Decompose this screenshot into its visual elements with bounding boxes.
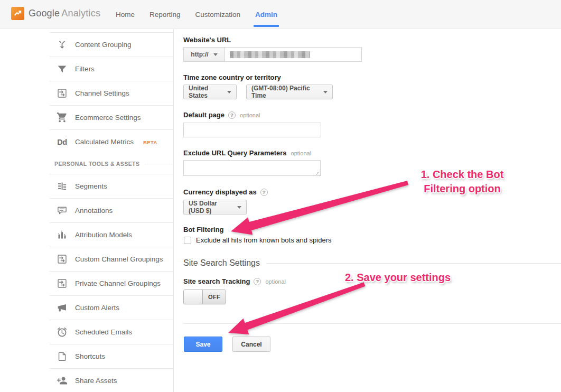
currency-label-text: Currency displayed as bbox=[183, 188, 257, 196]
site-search-toggle[interactable]: OFF bbox=[183, 290, 226, 304]
sidebar-item-custom-channel-groupings[interactable]: Custom Channel Groupings bbox=[50, 247, 173, 271]
nav-tab-home[interactable]: Home bbox=[115, 0, 135, 29]
default-page-input[interactable] bbox=[183, 123, 321, 137]
top-header: GoogleAnalytics Home Reporting Customiza… bbox=[0, 0, 561, 29]
sidebar-item-label: Private Channel Groupings bbox=[75, 279, 161, 287]
alarm-clock-icon bbox=[57, 326, 68, 338]
sidebar-section-personal-tools: PERSONAL TOOLS & ASSETS bbox=[33, 154, 173, 174]
sidebar-item-label: Scheduled Emails bbox=[75, 328, 132, 336]
form-divider bbox=[183, 323, 561, 324]
optional-hint: optional bbox=[240, 112, 260, 118]
sidebar-item-label: Attribution Models bbox=[75, 231, 132, 239]
sidebar-item-label: Calculated Metrics bbox=[75, 138, 134, 146]
currency-dropdown[interactable]: US Dollar (USD $) bbox=[183, 200, 247, 214]
country-dropdown[interactable]: United States bbox=[183, 85, 237, 99]
timezone-value: (GMT-08:00) Pacific Time bbox=[251, 85, 319, 99]
default-page-label: Default page ? optional bbox=[183, 111, 260, 119]
nav-tab-admin[interactable]: Admin bbox=[255, 0, 278, 29]
site-search-tracking-label-text: Site search Tracking bbox=[183, 277, 250, 285]
help-icon[interactable]: ? bbox=[260, 189, 268, 196]
sidebar-item-label: Filters bbox=[75, 65, 95, 73]
channel-settings-icon bbox=[57, 88, 68, 99]
toggle-knob bbox=[184, 290, 203, 304]
sidebar-item-custom-alerts[interactable]: Custom Alerts bbox=[50, 295, 173, 320]
nav-tab-customization[interactable]: Customization bbox=[195, 0, 241, 29]
bot-filtering-checkbox-label: Exclude all hits from known bots and spi… bbox=[196, 236, 332, 244]
person-add-icon bbox=[57, 375, 68, 386]
annotation-step-2: 2. Save your settings bbox=[345, 270, 451, 285]
save-button[interactable]: Save bbox=[184, 337, 222, 352]
exclude-params-label: Exclude URL Query Parameters optional bbox=[183, 149, 311, 157]
sidebar-item-scheduled-emails[interactable]: Scheduled Emails bbox=[50, 320, 173, 344]
sidebar-item-label: Custom Channel Groupings bbox=[75, 255, 163, 263]
heading-rule bbox=[267, 263, 561, 264]
sidebar-item-label: Custom Alerts bbox=[75, 304, 119, 312]
channel-settings-icon bbox=[57, 254, 68, 265]
protocol-dropdown[interactable]: http:// bbox=[184, 48, 225, 61]
top-navigation: Home Reporting Customization Admin bbox=[115, 0, 278, 29]
website-url-label: Website's URL bbox=[183, 36, 231, 44]
channel-settings-icon bbox=[57, 278, 68, 289]
sidebar-item-label: Share Assets bbox=[75, 377, 117, 385]
website-url-field[interactable]: http:// bbox=[183, 47, 362, 62]
resize-handle-icon[interactable] bbox=[315, 170, 320, 175]
sidebar-item-calculated-metrics[interactable]: Dd Calculated Metrics BETA bbox=[50, 129, 173, 154]
currency-value: US Dollar (USD $) bbox=[189, 200, 232, 214]
sidebar-item-channel-settings[interactable]: Channel Settings bbox=[50, 81, 173, 105]
bot-filtering-checkbox-row: Exclude all hits from known bots and spi… bbox=[184, 236, 332, 244]
site-search-heading-text: Site Search Settings bbox=[183, 258, 260, 268]
beta-badge: BETA bbox=[143, 139, 157, 145]
country-value: United States bbox=[189, 85, 222, 99]
brand-analytics: Analytics bbox=[61, 8, 100, 18]
merge-icon bbox=[57, 39, 68, 50]
redacted-url-value bbox=[230, 51, 310, 58]
brand-google: Google bbox=[29, 8, 60, 18]
cancel-button[interactable]: Cancel bbox=[232, 337, 270, 352]
sidebar-item-label: Annotations bbox=[75, 207, 113, 214]
sidebar-item-label: Channel Settings bbox=[75, 89, 129, 97]
sidebar-group-personal-tools: Segments Annotations Attribution Models … bbox=[33, 174, 173, 392]
chevron-down-icon bbox=[213, 53, 218, 56]
toggle-state-label: OFF bbox=[203, 290, 226, 304]
site-search-tracking-label: Site search Tracking ? optional bbox=[183, 277, 286, 285]
website-url-input[interactable] bbox=[225, 48, 361, 61]
shopping-cart-icon bbox=[57, 112, 68, 123]
sidebar-item-attribution-models[interactable]: Attribution Models bbox=[50, 222, 173, 247]
timezone-dropdown[interactable]: (GMT-08:00) Pacific Time bbox=[246, 85, 333, 99]
chevron-down-icon bbox=[227, 91, 231, 94]
nav-tab-reporting[interactable]: Reporting bbox=[149, 0, 181, 29]
sidebar-item-label: Content Grouping bbox=[75, 41, 132, 49]
sidebar-item-ecommerce-settings[interactable]: Ecommerce Settings bbox=[50, 105, 173, 129]
sidebar-item-label: Segments bbox=[75, 182, 107, 190]
timezone-label: Time zone country or territory bbox=[183, 73, 281, 81]
help-icon[interactable]: ? bbox=[254, 278, 261, 285]
google-analytics-logo[interactable]: GoogleAnalytics bbox=[11, 7, 100, 20]
exclude-params-label-text: Exclude URL Query Parameters bbox=[183, 149, 287, 157]
optional-hint: optional bbox=[291, 150, 312, 156]
exclude-params-textarea[interactable] bbox=[183, 160, 321, 176]
sidebar-item-share-assets[interactable]: Share Assets bbox=[50, 368, 173, 392]
bot-filtering-label: Bot Filtering bbox=[183, 226, 224, 234]
section-header-label: PERSONAL TOOLS & ASSETS bbox=[54, 161, 139, 167]
sidebar-item-annotations[interactable]: Annotations bbox=[50, 198, 173, 222]
help-icon[interactable]: ? bbox=[228, 111, 236, 119]
sidebar-item-private-channel-groupings[interactable]: Private Channel Groupings bbox=[50, 271, 173, 295]
currency-label: Currency displayed as ? bbox=[183, 188, 268, 196]
sidebar-group-view-settings: Content Grouping Filters Channel Setting… bbox=[33, 32, 173, 154]
site-search-settings-heading: Site Search Settings bbox=[183, 258, 561, 268]
chevron-down-icon bbox=[237, 206, 241, 209]
sidebar-item-segments[interactable]: Segments bbox=[50, 174, 173, 198]
filter-icon bbox=[57, 63, 68, 74]
default-page-label-text: Default page bbox=[183, 111, 225, 119]
bar-chart-icon bbox=[57, 229, 68, 240]
section-header-rule bbox=[144, 164, 173, 164]
megaphone-icon bbox=[57, 302, 68, 313]
bot-filtering-checkbox[interactable] bbox=[184, 237, 191, 244]
segments-icon bbox=[57, 181, 68, 192]
speech-bubble-icon bbox=[57, 205, 68, 216]
sidebar-item-shortcuts[interactable]: Shortcuts bbox=[50, 344, 173, 368]
calculated-metrics-dd-icon: Dd bbox=[57, 136, 68, 147]
sidebar-item-content-grouping[interactable]: Content Grouping bbox=[50, 32, 173, 57]
sidebar-item-filters[interactable]: Filters bbox=[50, 57, 173, 81]
annotation-step-1: 1. Check the Bot Filtering option bbox=[412, 167, 513, 196]
